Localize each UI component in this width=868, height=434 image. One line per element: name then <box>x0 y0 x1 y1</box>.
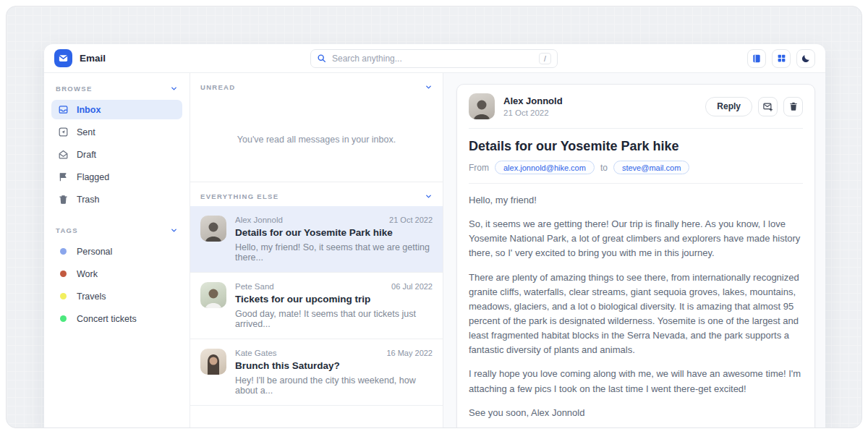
app-title: Email <box>80 53 106 64</box>
tag-label: Work <box>77 269 98 279</box>
tag-color-dot <box>60 248 67 255</box>
reply-button[interactable]: Reply <box>705 97 752 116</box>
draft-icon <box>58 149 69 160</box>
list-item-email-2[interactable]: Pete Sand 06 Jul 2022 Tickets for our up… <box>190 272 443 339</box>
email-sender: Pete Sand <box>235 282 274 291</box>
trash-icon <box>58 194 69 205</box>
dark-mode-button[interactable] <box>796 49 815 68</box>
sidebar-item-inbox[interactable]: Inbox <box>51 100 182 119</box>
body-paragraph: I really hope you love coming along with… <box>469 367 803 396</box>
chevron-down-icon[interactable] <box>170 226 178 234</box>
detail-date: 21 Oct 2022 <box>503 109 563 117</box>
unread-empty-message: You've read all messages in your inbox. <box>190 97 443 182</box>
body-paragraph: Hello, my friend! <box>469 193 803 208</box>
body-paragraph: See you soon, Alex Jonnold <box>469 406 803 420</box>
chevron-down-icon[interactable] <box>170 85 178 93</box>
email-subject: Details for our Yosemite Park hike <box>235 227 433 238</box>
addressbook-button[interactable] <box>747 49 766 68</box>
body-paragraph: There are plenty of amazing things to se… <box>469 271 803 358</box>
to-email-chip[interactable]: steve@mail.com <box>613 161 689 174</box>
sidebar-item-label: Trash <box>77 195 100 205</box>
email-sender: Alex Jonnold <box>235 216 283 224</box>
search-icon <box>317 54 326 63</box>
trash-icon <box>788 101 799 111</box>
sidebar-item-draft[interactable]: Draft <box>51 145 182 164</box>
detail-subject: Details for our Yosemite Park hike <box>469 139 803 154</box>
tag-label: Personal <box>77 247 112 257</box>
browse-section-label: BROWSE <box>56 85 93 93</box>
sidebar-item-label: Draft <box>77 150 96 160</box>
search-bar[interactable]: / <box>310 49 558 68</box>
chevron-down-icon[interactable] <box>425 192 433 200</box>
search-shortcut-badge: / <box>539 53 551 64</box>
tag-item-work[interactable]: Work <box>51 264 182 284</box>
everything-else-section-label: EVERYTHING ELSE <box>200 192 278 200</box>
email-detail-card: Alex Jonnold 21 Oct 2022 Reply <box>456 84 815 428</box>
to-label: to <box>600 163 608 173</box>
from-label: From <box>469 163 489 173</box>
unread-section-label: UNREAD <box>200 83 235 91</box>
divider <box>469 128 803 129</box>
email-sender: Kate Gates <box>235 349 277 357</box>
sidebar-item-label: Sent <box>77 127 95 137</box>
email-app-window: Email / <box>44 44 825 427</box>
email-date: 06 Jul 2022 <box>391 282 433 291</box>
tag-color-dot <box>60 293 67 299</box>
email-preview: Hello, my friend! So, it seems that we a… <box>235 242 433 263</box>
book-icon <box>752 54 762 64</box>
avatar <box>200 349 226 375</box>
divider <box>469 183 803 184</box>
avatar <box>200 282 226 308</box>
sidebar-item-label: Flagged <box>77 172 109 182</box>
email-subject: Tickets for our upcoming trip <box>235 294 433 305</box>
sidebar-item-label: Inbox <box>77 105 101 115</box>
apps-button[interactable] <box>772 49 791 68</box>
tag-item-concert-tickets[interactable]: Concert tickets <box>51 309 182 328</box>
tag-color-dot <box>60 271 67 277</box>
tag-color-dot <box>60 315 67 322</box>
detail-sender-name: Alex Jonnold <box>503 95 563 106</box>
envelope-plus-icon <box>762 101 773 112</box>
sidebar-item-sent[interactable]: Sent <box>51 122 182 142</box>
tag-label: Travels <box>77 292 106 302</box>
mail-list-column: UNREAD You've read all messages in your … <box>190 73 443 427</box>
moon-icon <box>801 54 811 64</box>
body-paragraph: So, it seems we are getting there! Our t… <box>469 217 803 260</box>
inbox-icon <box>58 104 69 115</box>
tags-section-label: TAGS <box>56 226 78 234</box>
search-input[interactable] <box>332 54 533 64</box>
flag-icon <box>58 171 69 182</box>
sidebar-item-trash[interactable]: Trash <box>51 190 182 209</box>
desktop-background: Email / <box>6 6 862 428</box>
sidebar-item-flagged[interactable]: Flagged <box>51 167 182 187</box>
from-email-chip[interactable]: alex.jonnold@hike.com <box>495 161 595 174</box>
avatar <box>469 93 495 119</box>
sent-icon <box>58 127 69 137</box>
delete-email-button[interactable] <box>783 97 803 116</box>
app-header: Email / <box>44 44 825 73</box>
tag-item-travels[interactable]: Travels <box>51 286 182 306</box>
email-detail-panel: Alex Jonnold 21 Oct 2022 Reply <box>443 73 825 427</box>
list-item-email-3[interactable]: Kate Gates 16 May 2022 Brunch this Satur… <box>190 339 443 406</box>
chevron-down-icon[interactable] <box>425 83 433 91</box>
forward-email-button[interactable] <box>758 97 778 116</box>
grid-icon <box>777 54 786 63</box>
email-logo-icon <box>54 49 72 67</box>
tag-item-personal[interactable]: Personal <box>51 242 182 261</box>
avatar <box>200 216 226 242</box>
email-date: 16 May 2022 <box>386 349 433 357</box>
tag-label: Concert tickets <box>77 314 137 324</box>
sidebar: BROWSE Inbox Sent <box>44 73 190 427</box>
email-preview: Good day, mate! It seems that our ticket… <box>235 309 433 329</box>
email-body: Hello, my friend! So, it seems we are ge… <box>469 193 803 420</box>
email-subject: Brunch this Saturday? <box>235 360 433 371</box>
list-item-email-1[interactable]: Alex Jonnold 21 Oct 2022 Details for our… <box>190 206 443 272</box>
email-preview: Hey! I'll be around the city this weeken… <box>235 375 433 396</box>
email-date: 21 Oct 2022 <box>389 216 433 224</box>
